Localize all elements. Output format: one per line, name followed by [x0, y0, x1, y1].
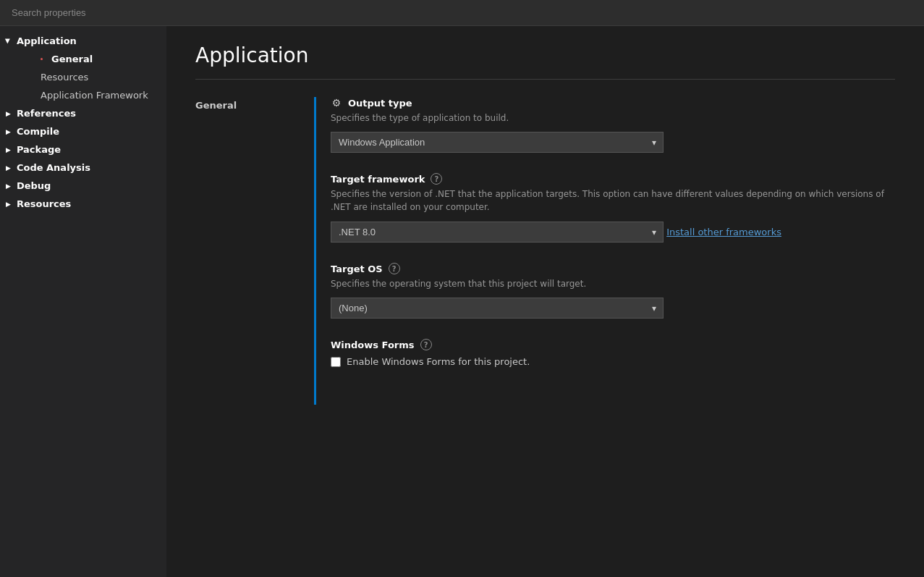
output-type-desc: Specifies the type of application to bui… — [331, 111, 895, 125]
windows-forms-checkbox-row: Enable Windows Forms for this project. — [331, 356, 895, 367]
sidebar-item-general[interactable]: General — [26, 50, 166, 68]
main-layout: ▶ Application General Resources Applicat… — [0, 26, 924, 577]
sidebar-section-references[interactable]: ▶ References — [0, 104, 166, 122]
output-type-dropdown-wrapper: Windows Application Class Library Consol… — [331, 132, 664, 153]
target-os-help-icon[interactable]: ? — [389, 263, 400, 274]
section-divider — [195, 79, 895, 80]
sidebar-section-code-analysis[interactable]: ▶ Code Analysis — [0, 159, 166, 177]
setting-output-type: ⚙ Output type Specifies the type of appl… — [331, 97, 895, 153]
chevron-right-icon: ▶ — [6, 146, 11, 153]
install-frameworks-link[interactable]: Install other frameworks — [666, 227, 781, 237]
page-title: Application — [195, 43, 895, 67]
sidebar-section-package[interactable]: ▶ Package — [0, 140, 166, 159]
content-area: Application General ⚙ Output type Specif… — [166, 26, 924, 577]
chevron-right-icon: ▶ — [6, 182, 11, 190]
sidebar-section-resources-top[interactable]: ▶ Resources — [0, 195, 166, 213]
windows-forms-checkbox[interactable] — [331, 357, 341, 367]
setting-target-os: Target OS ? Specifies the operating syst… — [331, 263, 895, 319]
target-os-desc: Specifies the operating system that this… — [331, 277, 895, 290]
windows-forms-help-icon[interactable]: ? — [420, 339, 432, 350]
windows-forms-title: Windows Forms ? — [331, 339, 895, 350]
target-framework-dropdown-wrapper: .NET 8.0 .NET 7.0 .NET 6.0 — [331, 222, 664, 243]
setting-target-framework: Target framework ? Specifies the version… — [331, 173, 895, 243]
sidebar-section-compile[interactable]: ▶ Compile — [0, 122, 166, 140]
section-label-general: General — [195, 97, 297, 405]
target-framework-title: Target framework ? — [331, 173, 895, 185]
target-framework-dropdown[interactable]: .NET 8.0 .NET 7.0 .NET 6.0 — [331, 222, 664, 243]
sidebar-section-debug[interactable]: ▶ Debug — [0, 177, 166, 195]
sidebar: ▶ Application General Resources Applicat… — [0, 26, 166, 577]
chevron-right-icon: ▶ — [6, 110, 11, 117]
output-type-dropdown[interactable]: Windows Application Class Library Consol… — [331, 132, 664, 153]
section-content-general: ⚙ Output type Specifies the type of appl… — [314, 97, 895, 405]
setting-windows-forms: Windows Forms ? Enable Windows Forms for… — [331, 339, 895, 367]
search-input[interactable] — [12, 7, 912, 18]
sidebar-item-resources[interactable]: Resources — [26, 68, 166, 86]
target-os-dropdown[interactable]: (None) Windows Linux macOS — [331, 298, 664, 319]
target-framework-help-icon[interactable]: ? — [431, 173, 442, 185]
chevron-right-icon: ▶ — [6, 164, 11, 172]
sidebar-sub-application: General Resources Application Framework — [0, 50, 166, 104]
target-os-title: Target OS ? — [331, 263, 895, 274]
gear-icon: ⚙ — [331, 97, 342, 109]
search-bar — [0, 0, 924, 26]
general-section-row: General ⚙ Output type Specifies the type… — [195, 97, 895, 405]
output-type-title: ⚙ Output type — [331, 97, 895, 109]
sidebar-item-app-framework[interactable]: Application Framework — [26, 86, 166, 104]
chevron-right-icon: ▶ — [6, 128, 11, 135]
sidebar-section-application[interactable]: ▶ Application — [0, 32, 166, 50]
target-os-dropdown-wrapper: (None) Windows Linux macOS — [331, 298, 664, 319]
chevron-down-icon: ▶ — [4, 38, 12, 43]
chevron-right-icon: ▶ — [6, 201, 11, 208]
windows-forms-checkbox-label: Enable Windows Forms for this project. — [347, 356, 530, 367]
target-framework-desc: Specifies the version of .NET that the a… — [331, 188, 895, 214]
